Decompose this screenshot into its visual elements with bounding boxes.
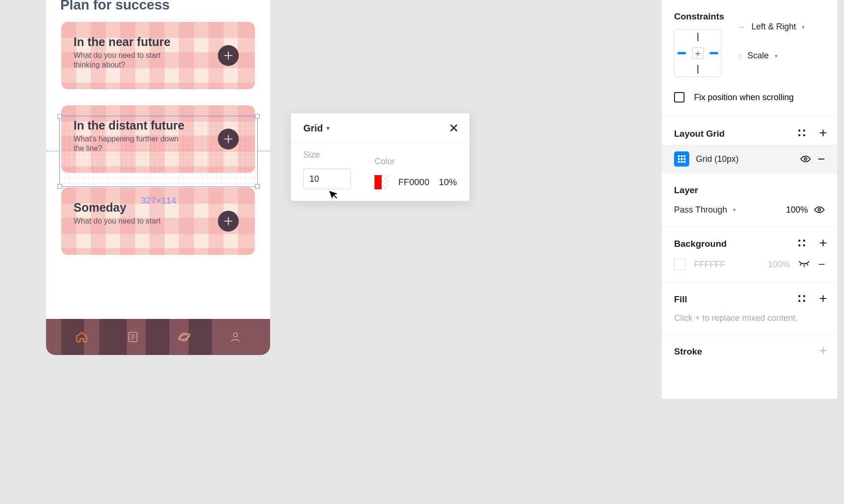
fix-position-checkbox[interactable] [674, 92, 685, 103]
add-grid-icon[interactable]: + [819, 129, 827, 137]
add-button[interactable] [218, 129, 239, 149]
card-title: In the distant future [74, 119, 243, 132]
constraint-widget[interactable]: ＋ [674, 29, 722, 77]
grid-item-label: Grid (10px) [696, 154, 793, 164]
svg-point-14 [798, 295, 800, 298]
constraint-vertical-dropdown[interactable]: ↕ Scale ▾ [738, 51, 805, 61]
chevron-down-icon: ▾ [775, 53, 778, 59]
smart-guide-right [258, 151, 270, 151]
grid-item-row[interactable]: Grid (10px) − [662, 145, 837, 173]
add-fill-icon[interactable]: + [819, 294, 827, 303]
selection-dimensions: 327×114 [141, 196, 177, 206]
add-stroke-icon[interactable]: + [819, 346, 827, 355]
fill-hint: Click + to replace mixed content. [674, 313, 825, 323]
chevron-down-icon: ▾ [802, 24, 805, 30]
svg-point-16 [798, 300, 800, 302]
svg-point-3 [233, 333, 237, 337]
grid-size-input[interactable] [303, 168, 351, 189]
planet-icon[interactable] [178, 330, 191, 344]
constraints-title: Constraints [674, 11, 825, 22]
fill-section: Fill + Click + to replace mixed content. [662, 283, 837, 335]
svg-point-13 [803, 244, 805, 247]
svg-point-6 [798, 134, 800, 137]
grid-popover[interactable]: Grid ▾ ✕ Size Color FF0000 10% [291, 113, 470, 201]
grid-color-hex[interactable]: FF0000 [398, 177, 429, 187]
card-sub: What do you need to start [74, 216, 183, 226]
background-color-swatch[interactable] [674, 259, 685, 270]
constraint-horizontal-value: Left & Right [751, 22, 796, 32]
svg-point-11 [803, 240, 805, 242]
list-icon[interactable] [127, 331, 139, 343]
svg-point-4 [798, 130, 800, 132]
vertical-arrow-icon: ↕ [738, 51, 742, 61]
background-hex[interactable]: FFFFFF [694, 260, 725, 270]
grid-color-opacity[interactable]: 10% [439, 177, 457, 187]
close-icon[interactable]: ✕ [449, 122, 459, 134]
stroke-section: Stroke + [662, 335, 837, 368]
svg-point-12 [798, 244, 800, 247]
remove-background-icon[interactable]: − [818, 258, 825, 271]
svg-point-17 [803, 300, 805, 302]
chevron-down-icon: ▾ [733, 206, 736, 213]
add-button[interactable] [218, 45, 239, 66]
card-distant-future[interactable]: In the distant future What's happening f… [61, 105, 255, 173]
layout-grid-section: Layout Grid + Grid (10px) − [662, 117, 837, 174]
svg-point-10 [798, 240, 800, 242]
properties-panel: Constraints ＋ ↔ Left & Right ▾ ↕ Scale ▾… [662, 0, 837, 399]
size-label: Size [303, 150, 351, 160]
background-opacity[interactable]: 100% [768, 260, 790, 270]
grid-icon[interactable] [674, 151, 689, 167]
chevron-down-icon: ▾ [327, 125, 329, 131]
card-title: In the near future [74, 35, 243, 49]
layer-visibility-icon[interactable] [814, 204, 825, 215]
phone-frame: Do it now There's no time like the prese… [46, 0, 270, 355]
layer-title: Layer [674, 185, 825, 196]
tab-bar [46, 319, 270, 355]
stroke-title: Stroke [674, 346, 825, 357]
card-near-future[interactable]: In the near future What do you need to s… [61, 22, 255, 89]
constraint-vertical-value: Scale [748, 51, 769, 61]
styles-icon[interactable] [797, 294, 806, 303]
fix-position-label: Fix position when scrolling [694, 93, 794, 103]
grid-type-dropdown[interactable]: Grid ▾ [303, 123, 329, 134]
svg-point-15 [803, 295, 805, 298]
svg-point-8 [804, 158, 806, 160]
smart-guide-left [47, 151, 60, 151]
layer-opacity-input[interactable]: 100% [786, 205, 808, 215]
blend-mode-value: Pass Through [674, 205, 727, 215]
styles-icon[interactable] [797, 129, 806, 137]
remove-grid-icon[interactable]: − [818, 152, 825, 167]
svg-point-9 [818, 209, 821, 211]
grid-type-label: Grid [303, 123, 323, 134]
color-label: Color [375, 157, 457, 167]
styles-icon[interactable] [797, 239, 806, 247]
hidden-icon[interactable] [798, 260, 810, 269]
constraints-section: Constraints ＋ ↔ Left & Right ▾ ↕ Scale ▾… [662, 0, 837, 117]
user-icon[interactable] [229, 331, 242, 343]
visibility-icon[interactable] [800, 153, 811, 165]
card-sub: What do you need to start thinking about… [74, 51, 183, 70]
add-background-icon[interactable]: + [819, 239, 827, 247]
card-sub: What's happening further down the line? [74, 134, 183, 153]
svg-point-5 [803, 130, 805, 132]
svg-point-7 [803, 134, 805, 137]
section-title: Plan for success [60, 0, 170, 13]
home-icon[interactable] [75, 330, 88, 344]
constraint-center-icon: ＋ [692, 47, 703, 59]
horizontal-arrow-icon: ↔ [738, 22, 746, 32]
add-button[interactable] [218, 211, 239, 232]
blend-mode-dropdown[interactable]: Pass Through [674, 205, 727, 215]
background-section: Background + FFFFFF 100% − [662, 227, 837, 283]
layer-section: Layer Pass Through ▾ 100% [662, 174, 837, 227]
grid-color-swatch[interactable] [375, 175, 389, 189]
svg-point-2 [178, 333, 190, 341]
constraint-horizontal-dropdown[interactable]: ↔ Left & Right ▾ [738, 22, 805, 32]
